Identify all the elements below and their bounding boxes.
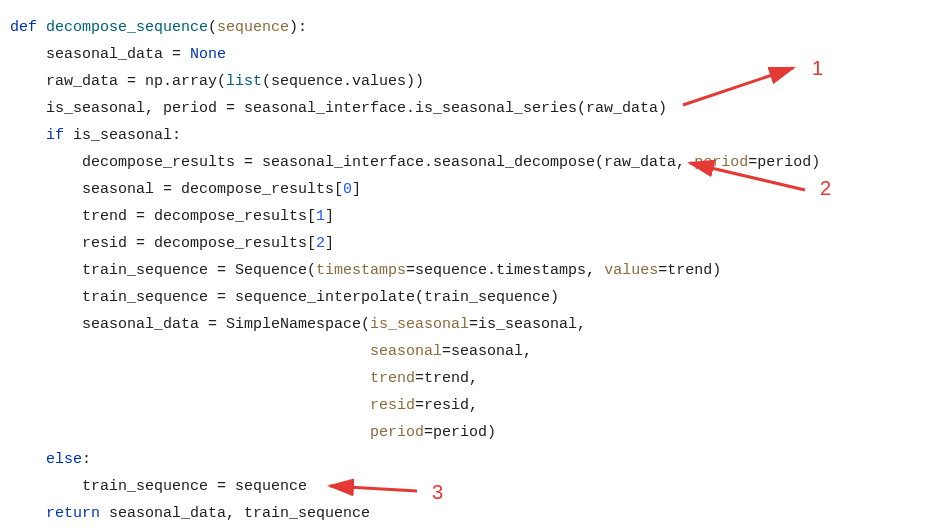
keyword-return: return <box>10 505 109 522</box>
code-line: seasonal_data = SimpleNamespace(is_seaso… <box>10 311 937 338</box>
keyword-else: else <box>10 451 82 468</box>
number-literal: 1 <box>316 208 325 225</box>
code-line: is_seasonal, period = seasonal_interface… <box>10 95 937 122</box>
kwarg: trend <box>370 370 415 387</box>
code-line: def decompose_sequence(sequence): <box>10 14 937 41</box>
code-line: train_sequence = sequence_interpolate(tr… <box>10 284 937 311</box>
code-text: seasonal_data, train_sequence <box>109 505 370 522</box>
code-block: def decompose_sequence(sequence): season… <box>0 0 937 527</box>
code-text: is_seasonal, period = seasonal_interface… <box>10 100 667 117</box>
code-line: raw_data = np.array(list(sequence.values… <box>10 68 937 95</box>
kwarg: values <box>604 262 658 279</box>
code-text: resid = decompose_results[ <box>10 235 316 252</box>
code-text: =resid, <box>415 397 478 414</box>
code-line: resid=resid, <box>10 392 937 419</box>
code-line: else: <box>10 446 937 473</box>
code-text <box>10 397 370 414</box>
code-line: seasonal_data = None <box>10 41 937 68</box>
code-text: train_sequence = Sequence( <box>10 262 316 279</box>
builtin-list: list <box>226 73 262 90</box>
code-text: =trend) <box>658 262 721 279</box>
code-text: is_seasonal: <box>73 127 181 144</box>
code-text: trend = decompose_results[ <box>10 208 316 225</box>
code-text <box>10 370 370 387</box>
code-text: train_sequence = sequence_interpolate(tr… <box>10 289 559 306</box>
code-text: ] <box>325 208 334 225</box>
code-line: if is_seasonal: <box>10 122 937 149</box>
kwarg: seasonal <box>370 343 442 360</box>
code-line: train_sequence = Sequence(timestamps=seq… <box>10 257 937 284</box>
code-text: seasonal = decompose_results[ <box>10 181 343 198</box>
kwarg: is_seasonal <box>370 316 469 333</box>
keyword-none: None <box>190 46 226 63</box>
code-text: =sequence.timestamps, <box>406 262 604 279</box>
code-text: =is_seasonal, <box>469 316 586 333</box>
code-text: ] <box>352 181 361 198</box>
code-text: seasonal_data = SimpleNamespace( <box>10 316 370 333</box>
code-text <box>10 343 370 360</box>
code-line: return seasonal_data, train_sequence <box>10 500 937 527</box>
code-line: trend=trend, <box>10 365 937 392</box>
code-line: period=period) <box>10 419 937 446</box>
code-text: =period) <box>424 424 496 441</box>
code-text: : <box>82 451 91 468</box>
code-text: decompose_results = seasonal_interface.s… <box>10 154 694 171</box>
code-text: train_sequence = sequence <box>10 478 307 495</box>
code-line: seasonal = decompose_results[0] <box>10 176 937 203</box>
code-line: train_sequence = sequence <box>10 473 937 500</box>
code-text: raw_data = np.array( <box>10 73 226 90</box>
punct: ): <box>289 19 307 36</box>
kwarg: period <box>694 154 748 171</box>
code-text: =period) <box>748 154 820 171</box>
param-name: sequence <box>217 19 289 36</box>
kwarg: resid <box>370 397 415 414</box>
code-text: (sequence.values)) <box>262 73 424 90</box>
code-line: trend = decompose_results[1] <box>10 203 937 230</box>
keyword-if: if <box>10 127 73 144</box>
code-line: resid = decompose_results[2] <box>10 230 937 257</box>
code-text: =trend, <box>415 370 478 387</box>
punct: ( <box>208 19 217 36</box>
kwarg: period <box>370 424 424 441</box>
number-literal: 2 <box>316 235 325 252</box>
code-line: decompose_results = seasonal_interface.s… <box>10 149 937 176</box>
code-text: ] <box>325 235 334 252</box>
number-literal: 0 <box>343 181 352 198</box>
kwarg: timestamps <box>316 262 406 279</box>
code-text <box>10 424 370 441</box>
code-text: seasonal_data = <box>10 46 190 63</box>
function-name: decompose_sequence <box>46 19 208 36</box>
code-text: =seasonal, <box>442 343 532 360</box>
code-line: seasonal=seasonal, <box>10 338 937 365</box>
keyword-def: def <box>10 19 46 36</box>
